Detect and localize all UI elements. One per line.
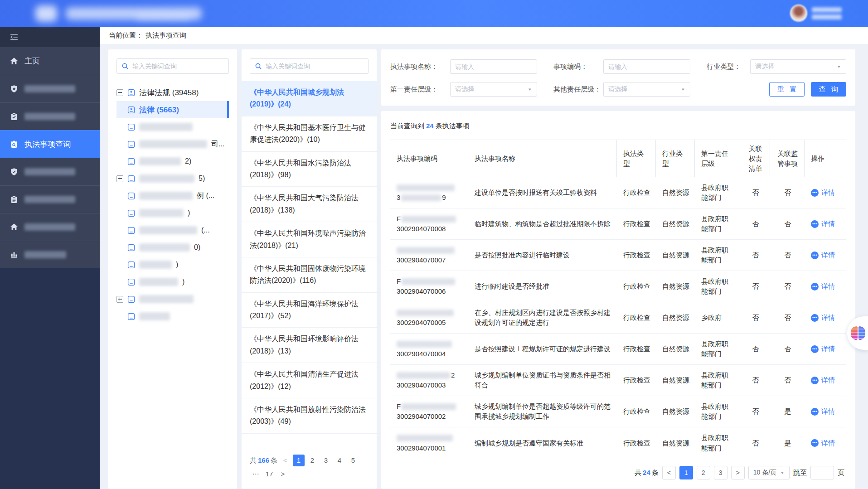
tree-search-input[interactable]	[132, 63, 224, 70]
detail-link[interactable]: •••详情	[811, 250, 841, 261]
page-size-select[interactable]: 10 条/页 ▼	[748, 466, 790, 479]
jump-page-input[interactable]	[810, 466, 834, 479]
sidebar-item-blurred-6[interactable]	[0, 241, 100, 268]
home-icon	[10, 223, 18, 231]
industry-type-select[interactable]: 请选择 ▼	[750, 59, 846, 74]
page-button-17[interactable]: 17	[263, 468, 275, 480]
cell-industry: 自然资源	[656, 214, 695, 234]
reset-button[interactable]: 重 置	[769, 82, 805, 97]
app-subtitle-blurred	[136, 15, 190, 20]
expand-toggle-icon[interactable]	[116, 296, 123, 303]
sidebar-item-blurred-2[interactable]	[0, 102, 100, 130]
cell-regulation: 否	[770, 371, 805, 390]
collapse-toggle-icon[interactable]	[116, 89, 123, 96]
law-item[interactable]: 《中华人民共和国放射性污染防治法(2003)》(49)	[242, 398, 377, 434]
sidebar-item-blurred-1[interactable]	[0, 75, 100, 102]
tree-item-blurred[interactable]: )	[116, 204, 229, 222]
law-item[interactable]: 《中华人民共和国海洋环境保护法(2017)》(52)	[242, 293, 377, 328]
table-row: F 3002904070002 城乡规划编制单位是否超越资质等级许可的范围承揽城…	[390, 396, 846, 427]
page-button-3[interactable]: 3	[320, 455, 332, 466]
law-item[interactable]: 《中华人民共和国水污染防治法(2018)》(98)	[242, 152, 377, 187]
law-item[interactable]: 《中华人民共和国固体废物污染环境防治法(2020)》(116)	[242, 257, 377, 293]
search-button[interactable]: 查 询	[811, 82, 846, 97]
cell-level: 县政府职能部门	[695, 397, 740, 426]
prev-page-button[interactable]: <	[662, 466, 676, 479]
page-button-5[interactable]: 5	[347, 455, 359, 466]
tree-item-blurred[interactable]	[116, 118, 229, 136]
law-item[interactable]: 《中华人民共和国基本医疗卫生与健康促进法(2020)》(10)	[242, 116, 377, 152]
prev-page-button[interactable]: <	[279, 455, 291, 466]
law-search-input[interactable]	[266, 63, 364, 70]
detail-link[interactable]: •••详情	[811, 438, 841, 449]
law-item[interactable]: 《中华人民共和国环境噪声污染防治法(2018)》(21)	[242, 222, 377, 257]
law-doc-icon	[127, 244, 135, 252]
cell-type: 行政检查	[617, 308, 656, 328]
law-doc-icon	[127, 278, 135, 286]
next-page-button[interactable]: >	[731, 466, 745, 479]
law-item[interactable]: 《中华人民共和国环境影响评价法(2018)》(13)	[242, 328, 377, 363]
page-button-2[interactable]: 2	[306, 455, 318, 466]
sidebar-item-blurred-3[interactable]	[0, 158, 100, 185]
matter-code-input[interactable]	[603, 59, 690, 74]
next-page-button[interactable]: >	[277, 468, 289, 480]
cell-name: 城乡规划编制单位是否超越资质等级许可的范围承揽城乡规划编制工作	[468, 397, 617, 426]
clipboard-search-icon	[10, 140, 18, 148]
sidebar-item-blurred-5[interactable]	[0, 213, 100, 241]
detail-link[interactable]: •••详情	[811, 313, 841, 323]
detail-link[interactable]: •••详情	[811, 344, 841, 354]
tree-item-blurred[interactable]: (...	[116, 222, 229, 239]
law-item[interactable]: 《中华人民共和国大气污染防治法(2018)》(138)	[242, 187, 377, 222]
tree-item-blurred[interactable]	[116, 308, 229, 325]
sidebar-item-blurred-4[interactable]	[0, 185, 100, 213]
detail-link[interactable]: •••详情	[811, 375, 841, 386]
tree-item-blurred-expandable[interactable]: 5)	[116, 170, 229, 187]
sidebar-item-home[interactable]: 主页	[0, 47, 100, 75]
ellipsis-circle-icon: •••	[811, 220, 819, 228]
tree-item-blurred[interactable]: )	[116, 256, 229, 273]
cell-industry: 自然资源	[656, 277, 695, 296]
page-button-1[interactable]: 1	[293, 455, 305, 466]
detail-link[interactable]: •••详情	[811, 219, 841, 229]
page-button-2[interactable]: 2	[697, 466, 710, 479]
tree-item-blurred[interactable]: )	[116, 273, 229, 290]
tree-item-blurred[interactable]: 2)	[116, 153, 229, 170]
page-button-3[interactable]: 3	[714, 466, 727, 479]
law-doc-icon	[127, 175, 135, 183]
sidebar-collapse-button[interactable]	[0, 27, 100, 47]
detail-link[interactable]: •••详情	[811, 407, 841, 417]
page-button-4[interactable]: 4	[334, 455, 345, 466]
avatar[interactable]	[790, 5, 807, 22]
clipboard-check-icon	[10, 112, 18, 121]
law-item[interactable]: 《中华人民共和国清洁生产促进法(2012)》(12)	[242, 363, 377, 398]
tree-item-law-selected[interactable]: 法律 (5663)	[116, 101, 229, 118]
law-doc-icon	[127, 261, 135, 269]
sidebar-item-enforcement-query[interactable]: 执法事项查询	[0, 130, 100, 158]
sidebar-item-label: 执法事项查询	[24, 139, 71, 150]
law-item-selected[interactable]: 《中华人民共和国城乡规划法(2019)》(24)	[242, 81, 377, 116]
cell-type: 行政检查	[617, 183, 656, 203]
tree-item-blurred[interactable]: 司...	[116, 136, 229, 153]
first-level-select[interactable]: 请选择 ▼	[450, 82, 537, 97]
law-list-total: 共166条	[250, 456, 277, 465]
search-icon	[255, 63, 262, 70]
matter-name-input[interactable]	[450, 59, 537, 74]
more-pages-button[interactable]: ⋯	[250, 468, 262, 480]
law-list-pagination: 共166条 < 1 2 3 4 5 ⋯ 17 >	[250, 448, 369, 480]
main-content: 法律法规 (39458) 法律 (5663) 司...	[100, 44, 868, 489]
law-list: 《中华人民共和国城乡规划法(2019)》(24) 《中华人民共和国基本医疗卫生与…	[242, 81, 377, 434]
expand-toggle-icon[interactable]	[116, 175, 123, 182]
cell-regulation: 否	[770, 246, 805, 265]
tree-root-laws[interactable]: 法律法规 (39458)	[116, 84, 229, 101]
detail-link[interactable]: •••详情	[811, 188, 841, 198]
page-button-1[interactable]: 1	[679, 466, 693, 479]
cell-regulation: 否	[770, 277, 805, 296]
tree-item-blurred[interactable]: 0)	[116, 239, 229, 256]
tree-item-blurred[interactable]: 例 (...	[116, 187, 229, 204]
brain-icon	[851, 326, 865, 340]
detail-link[interactable]: •••详情	[811, 281, 841, 292]
other-level-select[interactable]: 请选择 ▼	[603, 82, 690, 97]
law-doc-icon	[127, 106, 135, 114]
law-doc-icon	[127, 295, 135, 303]
law-doc-icon	[127, 209, 135, 217]
tree-item-blurred-expandable[interactable]	[116, 290, 229, 308]
